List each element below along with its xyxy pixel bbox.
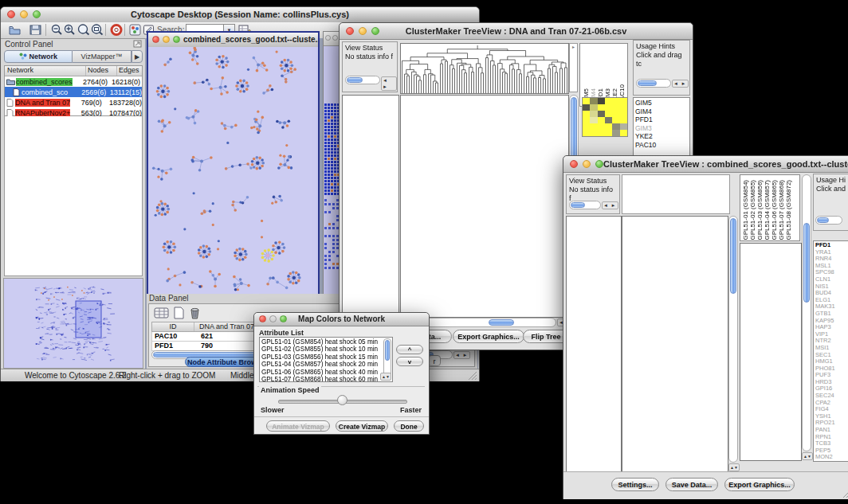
attribute-item[interactable]: GPL51-03 (GSM856) heat shock 15 min — [261, 354, 391, 361]
col-header-nodes[interactable]: Nodes — [86, 66, 117, 76]
attribute-item[interactable]: GPL51-01 (GSM854) heat shock 05 min — [261, 338, 391, 346]
tv1-splitter-strip[interactable]: ▸ — [569, 43, 578, 92]
table-row[interactable]: combined_scores 2764(0) 16218(0) — [5, 76, 142, 87]
float-panel-icon[interactable] — [133, 40, 142, 48]
matrix-cell[interactable] — [590, 111, 597, 117]
gene-label[interactable]: PAC10 — [635, 141, 688, 150]
close-icon[interactable] — [325, 35, 331, 41]
tv2-row-dendrogram[interactable] — [566, 216, 622, 472]
tab-vizmapper[interactable]: VizMapper™ — [73, 50, 132, 63]
col-header-network[interactable]: Network — [5, 66, 86, 76]
matrix-cell[interactable] — [620, 123, 627, 130]
matrix-cell[interactable] — [605, 111, 612, 117]
scroll-arrows[interactable]: ◄ ► — [672, 80, 689, 88]
matrix-cell[interactable] — [598, 98, 605, 104]
close-icon[interactable] — [570, 160, 578, 168]
view-status-scrollbar[interactable] — [345, 76, 380, 84]
tv2-save-data-button[interactable]: Save Data... — [665, 478, 718, 491]
matrix-cell[interactable] — [583, 123, 590, 130]
column-label[interactable]: GPL51-04 (GSM857) — [764, 180, 771, 240]
zoom-out-icon[interactable] — [50, 24, 63, 36]
matrix-cell[interactable] — [590, 130, 597, 136]
scroll-arrows[interactable]: ▲▼ — [802, 452, 813, 460]
scroll-arrows[interactable]: ◄ ► — [381, 76, 397, 91]
attribute-item[interactable]: GPL51-02 (GSM855) heat shock 10 min — [261, 346, 391, 353]
scroll-arrows[interactable]: ▲▼ — [380, 373, 391, 381]
matrix-cell[interactable] — [605, 130, 612, 136]
matrix-cell[interactable] — [583, 104, 590, 111]
tv2-column-dendrogram[interactable] — [622, 174, 730, 214]
attribute-select-icon[interactable] — [154, 307, 169, 319]
move-down-button[interactable]: v — [396, 357, 423, 366]
done-button[interactable]: Done — [394, 420, 424, 432]
minimize-icon[interactable] — [163, 36, 170, 43]
matrix-cell[interactable] — [620, 111, 627, 117]
matrix-cell[interactable] — [583, 98, 590, 104]
matrix-cell[interactable] — [590, 117, 597, 123]
column-label[interactable]: GPL51-02 (GSM855) — [749, 180, 756, 240]
usage-hints-scrollbar[interactable] — [636, 79, 671, 88]
scroll-arrows[interactable]: ▲▼ — [728, 463, 740, 471]
treeview2-titlebar[interactable]: ClusterMaker TreeView : combined_scores_… — [563, 156, 848, 173]
move-up-button[interactable]: ^ — [396, 345, 423, 354]
tv2-zoom-vscrollbar[interactable] — [802, 174, 811, 451]
treeview1-titlebar[interactable]: ClusterMaker TreeView : DNA and Tran 07-… — [340, 23, 693, 40]
gene-label[interactable]: GIM5 — [635, 99, 688, 107]
help-lifering-icon[interactable] — [110, 24, 123, 36]
matrix-cell[interactable] — [620, 104, 627, 111]
zoom-window-icon[interactable] — [173, 36, 180, 43]
close-icon[interactable] — [152, 36, 159, 43]
zoom-in-icon[interactable] — [63, 24, 76, 36]
matrix-cell[interactable] — [620, 130, 627, 136]
gene-label[interactable]: MON2 — [815, 454, 848, 461]
tv2-settings-button[interactable]: Settings... — [611, 478, 659, 491]
matrix-cell[interactable] — [612, 123, 619, 130]
animate-vizmap-button[interactable]: Animate Vizmap — [266, 420, 330, 432]
zoom-window-icon[interactable] — [595, 160, 603, 168]
column-label[interactable]: GPL51-06 (GSM865) — [771, 180, 778, 240]
tab-network[interactable]: Network — [4, 50, 73, 63]
matrix-cell[interactable] — [612, 130, 619, 136]
column-label[interactable]: GPL51-03 (GSM856) — [756, 180, 764, 240]
table-row-selected[interactable]: combined_sco 2569(6) 13112(15) — [5, 87, 142, 97]
network-view-canvas[interactable] — [148, 47, 318, 295]
scroll-arrows[interactable]: ◄ ► — [453, 351, 470, 359]
vizmap-icon[interactable] — [129, 24, 141, 36]
data-col-id[interactable]: ID — [152, 322, 194, 331]
matrix-cell[interactable] — [605, 123, 612, 130]
matrix-cell[interactable] — [612, 117, 619, 123]
column-label[interactable]: GPL51-07 (GSM868) — [778, 180, 785, 240]
delete-attribute-icon[interactable] — [189, 307, 201, 319]
new-attribute-icon[interactable] — [173, 307, 185, 319]
matrix-cell[interactable] — [583, 111, 590, 117]
open-folder-icon[interactable] — [9, 25, 22, 35]
minimize-icon[interactable] — [583, 160, 591, 168]
tv1-column-dendrogram[interactable] — [400, 43, 569, 94]
matrix-cell[interactable] — [612, 98, 619, 104]
matrix-cell[interactable] — [605, 117, 612, 123]
network-overview[interactable] — [3, 278, 143, 369]
minimize-icon[interactable] — [332, 35, 338, 41]
matrix-cell[interactable] — [598, 104, 605, 111]
matrix-cell[interactable] — [590, 104, 597, 111]
resize-grip[interactable] — [468, 371, 477, 381]
tab-fragment[interactable]: r — [428, 355, 441, 366]
tv1-row-dendrogram[interactable] — [342, 95, 399, 318]
matrix-cell[interactable] — [605, 98, 612, 104]
attribute-item[interactable]: GPL51-07 (GSM868) heat shock 60 min — [261, 376, 391, 382]
tv2-heatmap-vscrollbar[interactable] — [728, 216, 738, 463]
save-icon[interactable] — [29, 25, 41, 35]
table-row[interactable]: DNA and Tran 07 769(0) 183728(0) — [5, 97, 142, 107]
column-label[interactable]: GPL51-08 (GSM872) — [785, 180, 792, 240]
tv2-zoom-heatmap[interactable] — [740, 243, 802, 461]
matrix-cell[interactable] — [620, 98, 627, 104]
matrix-cell[interactable] — [598, 111, 605, 117]
attribute-item[interactable]: GPL51-06 (GSM865) heat shock 40 min — [261, 369, 391, 376]
speed-slider-thumb[interactable] — [337, 395, 347, 405]
matrix-cell[interactable] — [583, 117, 590, 123]
tab-node-attribute-browser[interactable]: Node Attribute Brows — [185, 357, 263, 367]
tv1-similarity-matrix[interactable] — [582, 97, 628, 137]
matrix-cell[interactable] — [612, 104, 619, 111]
tab-overflow-button[interactable]: ▶ — [132, 50, 143, 63]
column-label[interactable]: GPL51-01 (GSM854) — [742, 180, 749, 240]
